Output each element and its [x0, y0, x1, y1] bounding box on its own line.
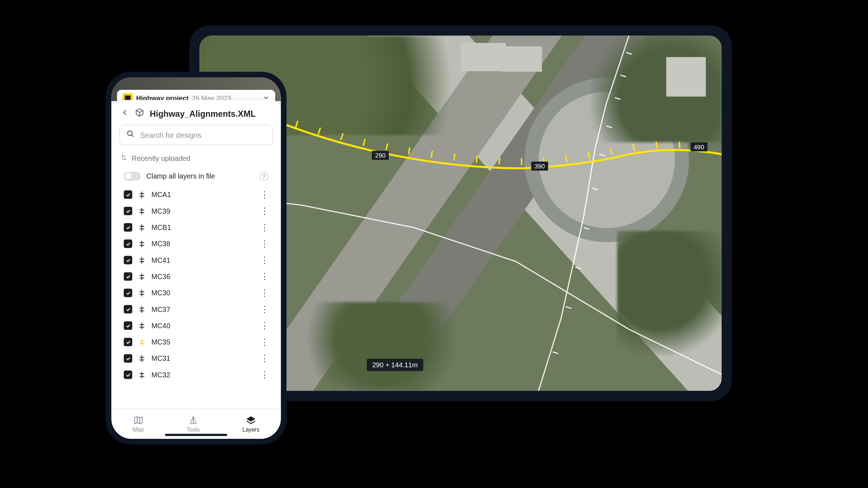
- svg-point-1: [128, 131, 132, 136]
- layer-row[interactable]: MC40⋮: [111, 317, 281, 334]
- layers-sheet: Highway_Alignments.XML Recently uploaded: [111, 100, 281, 414]
- back-button[interactable]: [120, 108, 129, 119]
- file-icon: [135, 108, 144, 119]
- measurement-readout: 290 + 144.11m: [367, 359, 424, 371]
- layer-name: MC38: [152, 240, 254, 248]
- layer-list[interactable]: MCA1⋮MC39⋮MCB1⋮MC38⋮MC41⋮MC36⋮MC30⋮MC37⋮…: [111, 187, 281, 414]
- layer-name: MC36: [152, 273, 254, 281]
- sheet-title: Highway_Alignments.XML: [150, 109, 256, 119]
- layer-checkbox[interactable]: [124, 288, 132, 297]
- layers-icon: [246, 415, 256, 425]
- tab-tools[interactable]: Tools: [187, 415, 200, 432]
- layer-name: MC35: [152, 338, 254, 346]
- layer-name: MC41: [152, 256, 254, 264]
- kebab-icon[interactable]: ⋮: [260, 320, 268, 331]
- kebab-icon[interactable]: ⋮: [260, 238, 268, 249]
- tab-map[interactable]: Map: [133, 415, 144, 432]
- layer-name: MC37: [152, 305, 254, 313]
- layer-row[interactable]: MC31⋮: [111, 350, 281, 367]
- alignment-icon: [138, 338, 146, 346]
- alignment-icon: [138, 289, 146, 297]
- kebab-icon[interactable]: ⋮: [260, 369, 268, 380]
- svg-line-2: [132, 135, 133, 137]
- alignment-icon: [138, 305, 146, 313]
- kebab-icon[interactable]: ⋮: [260, 304, 268, 315]
- layer-row[interactable]: MCB1⋮: [111, 219, 281, 235]
- help-icon[interactable]: ?: [259, 172, 268, 181]
- kebab-icon[interactable]: ⋮: [260, 206, 268, 217]
- layer-name: MC32: [152, 371, 254, 379]
- layer-checkbox[interactable]: [124, 207, 132, 215]
- kebab-icon[interactable]: ⋮: [260, 189, 268, 200]
- layer-row[interactable]: MC37⋮: [111, 301, 281, 317]
- layer-checkbox[interactable]: [124, 321, 132, 330]
- layer-checkbox[interactable]: [124, 354, 132, 363]
- layer-row[interactable]: MC35⋮: [111, 334, 281, 350]
- layer-checkbox[interactable]: [124, 371, 132, 379]
- layer-checkbox[interactable]: [124, 223, 132, 231]
- kebab-icon[interactable]: ⋮: [260, 287, 268, 298]
- kebab-icon[interactable]: ⋮: [260, 337, 268, 347]
- clamp-toggle[interactable]: [124, 172, 141, 181]
- kebab-icon[interactable]: ⋮: [260, 222, 268, 233]
- layer-name: MC30: [152, 289, 254, 297]
- chainage-label: 490: [690, 142, 707, 151]
- search-field[interactable]: [140, 131, 266, 139]
- tab-layers[interactable]: Layers: [242, 415, 259, 432]
- layer-name: MC39: [152, 207, 254, 215]
- chainage-label: 290: [372, 151, 389, 160]
- layer-name: MC40: [152, 322, 254, 330]
- chainage-label: 390: [531, 162, 548, 171]
- layer-row[interactable]: MC41⋮: [111, 252, 281, 268]
- home-indicator: [165, 434, 227, 436]
- alignment-icon: [138, 240, 146, 248]
- map-icon: [133, 415, 143, 425]
- alignment-icon: [138, 223, 146, 231]
- layer-row[interactable]: MC39⋮: [111, 203, 281, 219]
- alignment-icon: [138, 207, 146, 215]
- alignment-icon: [138, 191, 146, 198]
- alignment-icon: [138, 371, 146, 379]
- sort-icon: [120, 154, 127, 163]
- layer-checkbox[interactable]: [124, 256, 132, 264]
- sort-label: Recently uploaded: [132, 154, 190, 162]
- layer-name: MCA1: [152, 191, 254, 198]
- layer-row[interactable]: MC32⋮: [111, 367, 281, 383]
- tools-icon: [188, 415, 198, 425]
- clamp-label: Clamp all layers in file: [146, 172, 215, 180]
- alignment-icon: [138, 273, 146, 281]
- phone-screen: Highway project 26 May 2023 Highway_Alig…: [111, 77, 281, 439]
- layer-checkbox[interactable]: [124, 305, 132, 313]
- alignment-icon: [138, 354, 146, 362]
- layer-row[interactable]: MC30⋮: [111, 285, 281, 301]
- sort-row[interactable]: Recently uploaded: [111, 151, 281, 168]
- layer-row[interactable]: MC36⋮: [111, 268, 281, 284]
- kebab-icon[interactable]: ⋮: [260, 271, 268, 282]
- alignment-icon: [138, 322, 146, 330]
- layer-checkbox[interactable]: [124, 272, 132, 281]
- layer-name: MC31: [152, 354, 254, 362]
- alignment-icon: [138, 256, 146, 264]
- search-icon: [127, 130, 135, 140]
- layer-row[interactable]: MC38⋮: [111, 236, 281, 252]
- search-input[interactable]: [119, 125, 273, 145]
- kebab-icon[interactable]: ⋮: [260, 255, 268, 266]
- layer-row[interactable]: MCA1⋮: [111, 187, 281, 203]
- layer-name: MCB1: [152, 223, 254, 231]
- kebab-icon[interactable]: ⋮: [260, 353, 268, 364]
- phone-frame: Highway project 26 May 2023 Highway_Alig…: [106, 72, 286, 444]
- layer-checkbox[interactable]: [124, 240, 132, 248]
- layer-checkbox[interactable]: [124, 338, 132, 346]
- layer-checkbox[interactable]: [124, 191, 132, 199]
